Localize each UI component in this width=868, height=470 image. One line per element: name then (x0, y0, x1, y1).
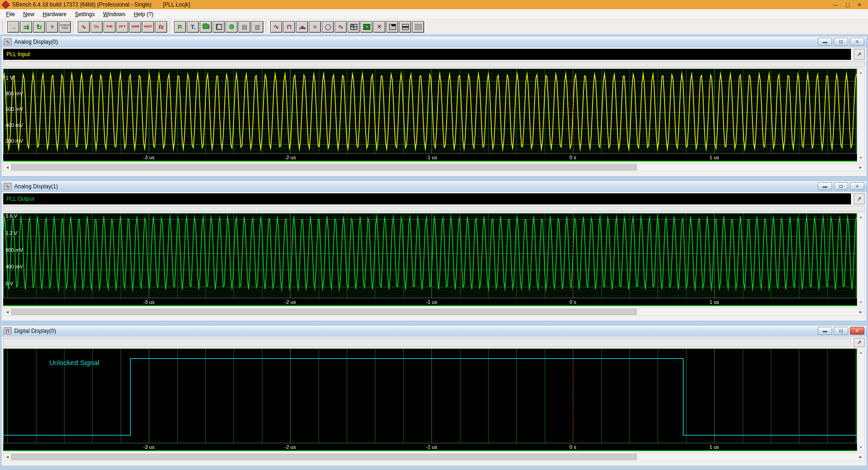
vertical-scrollbar[interactable]: ▲ ▼ (857, 348, 865, 451)
vertical-scrollbar[interactable]: ▲ ▼ (857, 213, 865, 306)
window-buttons: ▬ ✕ (818, 182, 864, 190)
scroll-left-icon[interactable]: ◀ (4, 308, 11, 315)
settings-button[interactable]: ⚙ (226, 21, 238, 33)
cascade-displays-button[interactable]: ↘ (361, 21, 373, 33)
close-button[interactable]: ✕ (850, 327, 864, 335)
system-controls: — ▢ ✕ (833, 0, 865, 9)
fir-filter-button[interactable]: FIR (104, 21, 116, 33)
new-waveform-display-button[interactable]: ∿ (335, 21, 347, 33)
display-settings-button[interactable]: ↗ (854, 193, 865, 204)
function-button[interactable]: fx (155, 21, 167, 33)
signal-calculation-button[interactable]: ∿ (78, 21, 90, 33)
layout-top-button[interactable] (386, 21, 398, 33)
scroll-up-icon[interactable]: ▲ (857, 349, 864, 356)
pan-strip[interactable] (3, 338, 851, 347)
scroll-track[interactable] (11, 308, 857, 315)
vertical-scrollbar[interactable]: ▲ ▼ (857, 69, 865, 162)
window-title: Analog Display(1) (14, 183, 58, 190)
horizontal-scrollbar[interactable]: ◀ ▶ (3, 163, 865, 171)
close-button[interactable]: ✕ (850, 38, 864, 46)
channel-label: PLL Output (6, 196, 34, 202)
zoom-arrow-icon: ↗ (857, 51, 862, 58)
close-display-button[interactable]: × (373, 21, 385, 33)
fft-button[interactable]: FFT (117, 21, 128, 33)
minimize-button[interactable]: ▬ (818, 182, 832, 190)
loop-acquisition-button[interactable]: ↻ (33, 21, 45, 33)
scroll-down-icon[interactable]: ▼ (857, 444, 864, 451)
scroll-thumb[interactable] (11, 454, 637, 460)
scroll-up-icon[interactable]: ▲ (857, 214, 864, 220)
plot-area (3, 69, 857, 162)
open-file-button[interactable] (200, 21, 212, 33)
scroll-up-icon[interactable]: ▲ (857, 69, 864, 76)
restart-acquisition-button[interactable]: ⇉ (20, 21, 32, 33)
horizontal-scrollbar[interactable]: ◀ ▶ (3, 453, 865, 461)
pll-output-plot[interactable] (3, 213, 857, 306)
close-button[interactable]: ✕ (850, 182, 864, 190)
display-settings-button[interactable]: ↗ (854, 338, 865, 347)
scroll-thumb[interactable] (11, 309, 637, 315)
scroll-left-icon[interactable]: ◀ (4, 164, 11, 171)
menu-file[interactable]: File (2, 10, 19, 18)
window-buttons: ▬ ✕ (818, 327, 864, 335)
scroll-right-icon[interactable]: ▶ (857, 308, 864, 315)
menu-help[interactable]: Help (?) (129, 10, 157, 18)
new-multi-display-button[interactable]: ≈ (309, 21, 321, 33)
scroll-down-icon[interactable]: ▼ (857, 299, 864, 306)
signal-info-button[interactable]: i∿ (91, 21, 103, 33)
scroll-thumb[interactable] (11, 164, 637, 170)
scroll-right-icon[interactable]: ▶ (857, 453, 864, 460)
quad-layout-button[interactable] (348, 21, 360, 33)
pll-input-plot[interactable] (3, 69, 857, 162)
pan-strip[interactable] (3, 61, 865, 67)
new-analog-display-button[interactable]: ∿ (270, 21, 282, 33)
unlocked-signal-plot[interactable] (3, 348, 857, 451)
analog-display-1-titlebar[interactable]: ∿ Analog Display(1) ▬ ✕ (1, 181, 867, 192)
new-xy-display-button[interactable]: ◯ (322, 21, 334, 33)
scroll-right-icon[interactable]: ▶ (857, 164, 864, 171)
toolbar-grip (2, 21, 5, 32)
scroll-track[interactable] (857, 220, 864, 299)
app-close-button[interactable]: ✕ (857, 0, 862, 9)
menu-new[interactable]: New (19, 10, 38, 18)
start-acquisition-button[interactable]: → (7, 21, 19, 33)
horizontal-scrollbar[interactable]: ◀ ▶ (3, 308, 865, 316)
scroll-left-icon[interactable]: ◀ (4, 453, 11, 460)
display-settings-button[interactable]: ↗ (854, 49, 865, 60)
report-list-button[interactable]: ▥ (251, 21, 263, 33)
cascade-icon: ↘ (363, 24, 370, 30)
analog-display-0-titlebar[interactable]: ∿ Analog Display(0) ▬ ✕ (1, 36, 867, 47)
restore-button[interactable] (834, 327, 848, 335)
app-maximize-button[interactable]: ▢ (845, 0, 850, 9)
channel-label: PLL Input (6, 51, 30, 58)
force-trigger-button[interactable]: FORCE TRIG (59, 21, 71, 33)
blank-layout-button[interactable] (412, 21, 424, 33)
menu-windows[interactable]: Windows (99, 10, 130, 18)
scroll-down-icon[interactable]: ▼ (857, 154, 864, 161)
digital-display-0-titlebar[interactable]: ⊓ Digital Display(0) ▬ ✕ (1, 325, 867, 337)
report-preview-button[interactable]: ▤ (239, 21, 250, 33)
new-digital-display-button[interactable]: ⊓ (283, 21, 295, 33)
snr-analysis-button[interactable]: SNR (129, 21, 141, 33)
restore-button[interactable] (834, 38, 848, 46)
minimize-button[interactable]: ▬ (818, 38, 832, 46)
scroll-track[interactable] (857, 356, 864, 444)
analog-display-0-window: ∿ Analog Display(0) ▬ ✕ PLL Input ↗ (1, 36, 867, 177)
restore-button[interactable] (834, 182, 848, 190)
menu-hardware[interactable]: Hardware (38, 10, 70, 18)
input-parameters-button[interactable]: P. (174, 21, 186, 33)
pan-strip[interactable] (3, 206, 865, 212)
layout-rows-button[interactable] (399, 21, 411, 33)
trigger-settings-button[interactable]: T. (187, 21, 199, 33)
scroll-track[interactable] (857, 76, 864, 154)
scroll-track[interactable] (11, 453, 857, 460)
app-minimize-button[interactable]: — (833, 0, 838, 9)
histogram-button[interactable]: HIST (142, 21, 154, 33)
save-file-button[interactable] (213, 21, 225, 33)
minimize-button[interactable]: ▬ (818, 327, 832, 335)
blank-layout-icon (415, 24, 422, 30)
scroll-track[interactable] (11, 164, 857, 171)
stop-acquisition-button[interactable]: ■ (46, 21, 58, 33)
menu-settings[interactable]: Settings (70, 10, 99, 18)
new-spectrum-display-button[interactable]: ▂▆▃ (296, 21, 308, 33)
